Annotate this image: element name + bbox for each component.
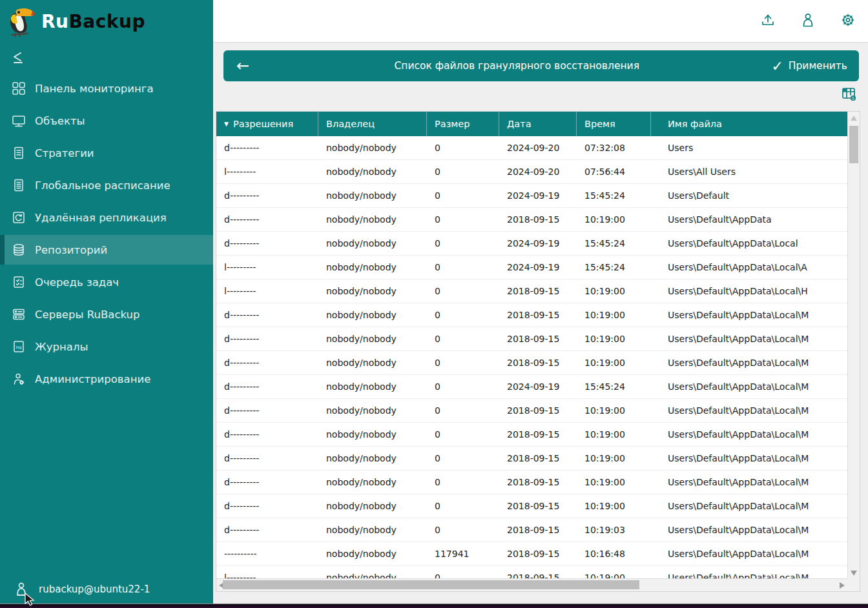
column-header-filename[interactable]: Имя файла [651,112,847,136]
cell-filename: Users\Default\AppData\Local\H [651,279,847,303]
cell-owner: nobody/nobody [318,256,427,279]
app-logo: RuBackup [0,0,213,41]
table-settings-icon[interactable] [841,86,858,103]
sidebar-item-global-schedule[interactable]: Глобальное расписание [0,169,213,201]
table-row[interactable]: d--------- nobody/nobody 0 2018-09-15 10… [216,327,847,351]
cell-filename: Users\Default\AppData [651,208,847,231]
gear-icon[interactable] [840,12,856,28]
cell-permissions: d--------- [216,208,318,231]
cell-size: 0 [427,208,499,231]
horizontal-scrollbar[interactable] [216,578,847,591]
sidebar-item-task-queue[interactable]: Очередь задач [0,266,213,298]
table-row[interactable]: d--------- nobody/nobody 0 2024-09-19 15… [216,232,847,256]
table-row[interactable]: d--------- nobody/nobody 0 2018-09-15 10… [216,423,847,447]
cell-date: 2018-09-15 [499,542,577,565]
sidebar-item-label: Репозиторий [35,244,107,256]
admin-user-gear-icon [12,372,26,386]
table-row[interactable]: d--------- nobody/nobody 0 2018-09-15 10… [216,399,847,423]
table-row[interactable]: d--------- nobody/nobody 0 2018-09-15 10… [216,303,847,327]
sidebar-item-remote-replication[interactable]: Удалённая репликация [0,201,213,234]
cell-filename: Users\Default [651,184,847,207]
sidebar-item-label: Серверы RuBackup [35,309,140,321]
cell-date: 2018-09-15 [499,279,577,303]
cell-owner: nobody/nobody [318,136,427,159]
cell-permissions: d--------- [216,136,318,159]
table-row[interactable]: d--------- nobody/nobody 0 2018-09-15 10… [216,447,847,471]
column-header-size[interactable]: Размер [427,112,499,136]
cell-date: 2018-09-15 [499,208,577,231]
scroll-down-arrow-icon[interactable] [851,571,857,576]
table-row[interactable]: d--------- nobody/nobody 0 2018-09-15 10… [216,351,847,375]
cell-filename: Users\Default\AppData\Local\M [651,327,847,350]
table-row[interactable]: ---------- nobody/nobody 117941 2018-09-… [216,542,847,566]
cell-filename: Users\Default\AppData\Local\M [651,542,847,565]
cell-size: 0 [427,447,499,470]
sidebar-item-monitoring-panel[interactable]: Панель мониторинга [0,72,213,105]
table-row[interactable]: l--------- nobody/nobody 0 2024-09-19 15… [216,256,847,279]
cell-time: 10:19:00 [577,351,651,374]
sidebar-item-servers[interactable]: Серверы RuBackup [0,298,213,330]
sidebar-item-administration[interactable]: Администрирование [0,363,213,395]
horizontal-scroll-thumb[interactable] [223,580,639,589]
cell-owner: nobody/nobody [318,375,427,398]
user-icon[interactable] [800,12,816,28]
dashboard-icon [12,81,26,96]
table-row[interactable]: d--------- nobody/nobody 0 2024-09-20 07… [216,136,847,160]
cell-size: 0 [427,232,499,255]
session-user: rubackup@ubuntu22-1 [0,582,150,597]
vertical-scroll-thumb[interactable] [849,126,858,163]
table-row[interactable]: l--------- nobody/nobody 0 2018-09-15 10… [216,566,847,579]
cell-permissions: ---------- [216,542,318,565]
cell-time: 10:19:00 [577,471,651,494]
cell-owner: nobody/nobody [318,279,427,303]
column-header-date[interactable]: Дата [499,112,577,136]
window-bottom-edge [0,603,868,608]
sidebar-item-journals[interactable]: log Журналы [0,330,213,363]
table-row[interactable]: d--------- nobody/nobody 0 2024-09-19 15… [216,375,847,399]
sidebar-item-label: Удалённая репликация [35,212,167,224]
table-row[interactable]: d--------- nobody/nobody 0 2018-09-15 10… [216,494,847,518]
table-row[interactable]: d--------- nobody/nobody 0 2018-09-15 10… [216,471,847,494]
table-row[interactable]: d--------- nobody/nobody 0 2024-09-19 15… [216,184,847,208]
cell-permissions: l--------- [216,256,318,279]
cell-filename: Users\Default\AppData\Local\M [651,494,847,518]
back-button[interactable]: ← [223,57,262,75]
cell-time: 10:19:00 [577,566,651,579]
table-row[interactable]: d--------- nobody/nobody 0 2018-09-15 10… [216,208,847,232]
cell-permissions: d--------- [216,303,318,327]
column-header-owner[interactable]: Владелец [318,112,427,136]
cell-time: 10:19:00 [577,303,651,327]
column-header-permissions[interactable]: ▼ Разрешения [216,112,318,136]
scroll-up-arrow-icon[interactable] [851,116,857,121]
sidebar-item-repository[interactable]: Репозиторий [0,235,213,265]
vertical-scrollbar[interactable] [847,112,860,579]
table-row[interactable]: d--------- nobody/nobody 0 2018-09-15 10… [216,518,847,542]
sidebar-item-objects[interactable]: Объекты [0,105,213,137]
collapse-sidebar-icon[interactable] [12,50,28,66]
cell-time: 10:19:00 [577,494,651,518]
cell-date: 2024-09-19 [499,184,577,207]
cell-owner: nobody/nobody [318,518,427,542]
cell-date: 2024-09-19 [499,232,577,255]
table-row[interactable]: l--------- nobody/nobody 0 2018-09-15 10… [216,279,847,303]
cell-time: 10:16:48 [577,542,651,565]
table-row[interactable]: l--------- nobody/nobody 0 2024-09-20 07… [216,160,847,184]
cell-time: 10:19:00 [577,447,651,470]
monitor-icon [12,114,26,128]
cell-date: 2018-09-15 [499,494,577,518]
cell-filename: Users [651,136,847,159]
app-name: RuBackup [41,11,145,32]
column-header-time[interactable]: Время [577,112,651,136]
sidebar-item-strategies[interactable]: Стратегии [0,137,213,169]
sidebar-item-label: Панель мониторинга [35,83,154,95]
cell-filename: Users\Default\AppData\Local\A [651,256,847,279]
topbar [213,0,868,43]
cell-owner: nobody/nobody [318,303,427,327]
upload-icon[interactable] [760,12,776,28]
scroll-right-arrow-icon[interactable] [840,582,845,589]
cell-time: 10:19:03 [577,518,651,542]
replication-icon [12,210,26,225]
sidebar-menu: Панель мониторинга Объекты Стратегии Гло… [0,72,213,395]
cell-date: 2024-09-20 [499,160,577,183]
apply-button[interactable]: ✓ Применить [771,58,859,74]
